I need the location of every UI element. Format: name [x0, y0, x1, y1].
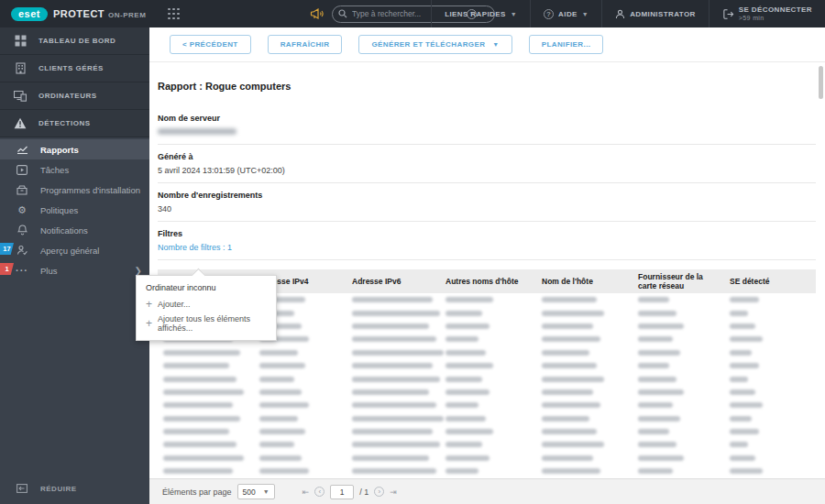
- redacted-cell-value: [730, 323, 755, 329]
- redacted-cell-value: [163, 350, 240, 356]
- more-dots-icon: ···: [15, 265, 29, 276]
- redacted-cell-value: [163, 377, 236, 382]
- redacted-cell-value: [730, 468, 763, 474]
- sidebar-item-tableau-de-bord[interactable]: TABLEAU DE BORD: [0, 27, 149, 55]
- first-page-button[interactable]: ⇤: [302, 488, 310, 497]
- sidebar-item-rapports[interactable]: Rapports: [0, 139, 149, 159]
- column-header[interactable]: Adresse IPv6: [346, 269, 440, 293]
- plus-icon: +: [146, 319, 152, 328]
- sidebar-item-ordinateurs[interactable]: ORDINATEURS: [0, 82, 149, 110]
- sidebar-item-notifications[interactable]: Notifications: [0, 220, 149, 240]
- generate-download-button[interactable]: GÉNÉRER ET TÉLÉCHARGER ▼: [358, 35, 512, 54]
- status-overview-icon: [15, 245, 29, 256]
- filters-count-link[interactable]: Nombre de filtres : 1: [158, 243, 816, 259]
- redacted-cell-value: [542, 402, 600, 408]
- redacted-cell-value: [446, 363, 493, 368]
- gear-icon: ⚙: [15, 204, 29, 216]
- sidebar-item-programmes-installation[interactable]: Programmes d'installation: [0, 180, 149, 200]
- vertical-scrollbar-thumb[interactable]: [819, 66, 823, 99]
- next-page-button[interactable]: ›: [374, 487, 384, 497]
- product-edition: ON-PREM: [108, 9, 146, 19]
- sidebar-item-plus[interactable]: 1 ··· Plus ❯: [0, 260, 149, 280]
- last-page-button[interactable]: ⇥: [390, 488, 397, 497]
- redacted-cell-value: [542, 416, 589, 422]
- pagination-bar: Éléments par page 500 ▼ ⇤ ‹ / 1 › ⇥: [149, 478, 825, 504]
- table-row[interactable]: [158, 438, 816, 451]
- redacted-cell-value: [352, 377, 440, 382]
- schedule-button[interactable]: PLANIFIER...: [529, 35, 604, 54]
- column-header[interactable]: Autres noms d'hôte: [440, 269, 536, 293]
- redacted-cell-value: [730, 350, 752, 356]
- user-menu[interactable]: ADMINISTRATOR: [601, 0, 709, 27]
- redacted-cell-value: [352, 323, 429, 329]
- table-row[interactable]: [158, 359, 816, 372]
- status-badge-blue: 17: [0, 243, 14, 255]
- previous-page-button[interactable]: ‹: [314, 487, 324, 497]
- help-menu[interactable]: ? AIDE▼: [530, 0, 601, 27]
- redacted-cell-value: [163, 416, 240, 422]
- search-icon: [338, 9, 347, 18]
- sidebar-item-clients-geres[interactable]: CLIENTS GÉRÉS: [0, 55, 149, 82]
- table-row[interactable]: [158, 346, 816, 359]
- megaphone-icon[interactable]: [310, 6, 324, 21]
- redacted-cell-value: [352, 468, 436, 474]
- redacted-cell-value: [730, 377, 748, 382]
- redacted-cell-value: [638, 442, 676, 447]
- redacted-cell-value: [730, 429, 759, 434]
- status-badge-red: 1: [0, 263, 14, 275]
- redacted-cell-value: [446, 416, 486, 422]
- app-grid-icon[interactable]: [168, 8, 180, 20]
- logout-button[interactable]: SE DÉCONNECTER >59 min: [709, 0, 825, 27]
- redacted-cell-value: [352, 442, 440, 447]
- redacted-cell-value: [730, 311, 748, 316]
- table-row[interactable]: [158, 399, 816, 411]
- field-record-count: Nombre d'enregistrements 340: [158, 183, 816, 221]
- redacted-cell-value: [352, 429, 433, 434]
- user-icon: [615, 9, 625, 19]
- sidebar-item-detections[interactable]: DÉTECTIONS: [0, 110, 149, 137]
- previous-button[interactable]: < PRÉCÉDENT: [170, 35, 251, 54]
- redacted-cell-value: [352, 416, 444, 422]
- column-header[interactable]: Fournisseur de la carte réseau: [632, 269, 724, 293]
- tasks-icon: [15, 165, 29, 175]
- brand[interactable]: eset PROTECT ON-PREM: [0, 7, 155, 21]
- redacted-cell-value: [259, 429, 305, 434]
- table-row[interactable]: [158, 386, 816, 399]
- table-row[interactable]: [158, 425, 816, 438]
- redacted-cell-value: [352, 402, 436, 408]
- sidebar-item-politiques[interactable]: ⚙ Politiques: [0, 200, 149, 220]
- page-title: Rapport : Rogue computers: [158, 62, 816, 106]
- logout-icon: [722, 8, 734, 20]
- table-row[interactable]: [158, 452, 816, 465]
- top-bar: eset PROTECT ON-PREM ? LIENS RAPIDES▼ ? …: [0, 0, 825, 27]
- collapse-sidebar-button[interactable]: RÉDUIRE: [0, 477, 149, 500]
- table-row[interactable]: [158, 465, 816, 477]
- generated-at-value: 5 avril 2024 13:01:59 (UTC+02:00): [158, 166, 816, 182]
- column-header[interactable]: SE détecté: [724, 269, 816, 293]
- redacted-cell-value: [259, 455, 302, 461]
- sidebar-item-apercu-general[interactable]: 17 Aperçu général: [0, 240, 149, 260]
- report-toolbar: < PRÉCÉDENT RAFRAÎCHIR GÉNÉRER ET TÉLÉCH…: [149, 27, 825, 62]
- page-number-input[interactable]: [330, 485, 354, 499]
- table-row[interactable]: [158, 372, 816, 385]
- refresh-button[interactable]: RAFRAÎCHIR: [268, 35, 343, 54]
- redacted-cell-value: [259, 402, 309, 408]
- redacted-cell-value: [259, 442, 294, 447]
- redacted-cell-value: [446, 429, 493, 434]
- table-row[interactable]: [158, 412, 816, 425]
- column-header[interactable]: Nom de l'hôte: [536, 269, 632, 293]
- context-menu-item-add-all[interactable]: + Ajouter tous les éléments affichés...: [137, 312, 276, 335]
- redacted-cell-value: [730, 442, 748, 447]
- context-menu-item-add[interactable]: + Ajouter...: [137, 297, 276, 312]
- sidebar-item-taches[interactable]: Tâches: [0, 159, 149, 180]
- items-per-page-select[interactable]: 500 ▼: [237, 484, 275, 499]
- redacted-cell-value: [542, 377, 604, 382]
- redacted-cell-value: [638, 336, 673, 342]
- session-timer: >59 min: [739, 15, 812, 23]
- redacted-cell-value: [259, 389, 302, 395]
- items-per-page-label: Éléments par page: [162, 488, 232, 497]
- field-filters: Filtres Nombre de filtres : 1: [158, 222, 816, 259]
- redacted-cell-value: [446, 389, 490, 395]
- redacted-cell-value: [542, 429, 597, 434]
- quick-links-menu[interactable]: LIENS RAPIDES▼: [431, 0, 530, 27]
